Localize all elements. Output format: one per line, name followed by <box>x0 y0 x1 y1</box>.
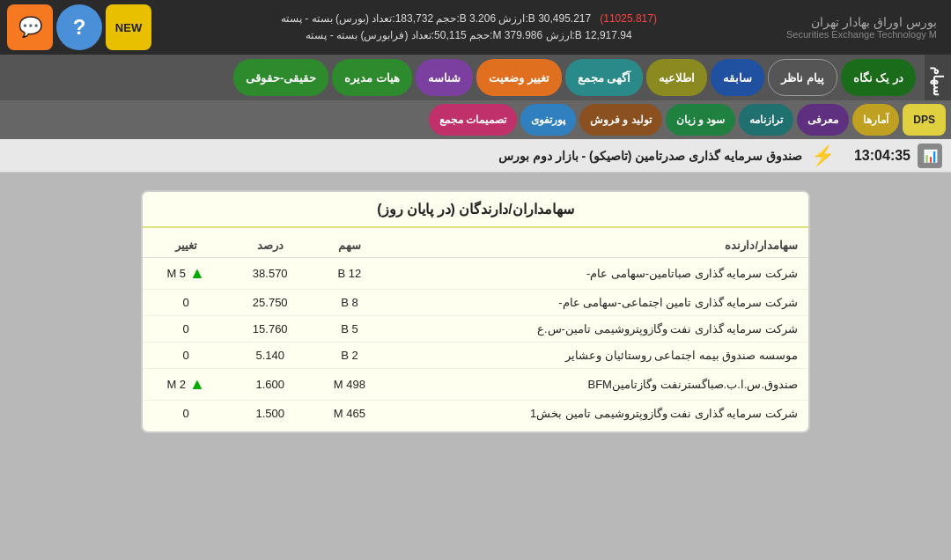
content-area: سهامداران/دارندگان (در پایان روز) سهامدا… <box>0 173 951 560</box>
col-header-share: سهم <box>311 233 388 258</box>
info-bar: 📊 13:04:35 ⚡ صندوق سرمایه گذاری صدرتامین… <box>0 139 951 173</box>
nav-btn-announcement[interactable]: اطلاعیه <box>646 59 707 96</box>
sub-btn-balance[interactable]: ترازنامه <box>739 104 793 136</box>
up-arrow-icon: ▲ <box>189 375 205 394</box>
col-header-percent: درصد <box>229 233 311 258</box>
ticker-bourse: 30,495.217 B:ارزش 3.206 B:حجم 183,732:تع… <box>281 12 591 25</box>
change-value: 0 <box>183 407 189 420</box>
row-share: 2 B <box>311 343 388 369</box>
help-icon-button[interactable]: ? <box>56 4 102 50</box>
table-row: موسسه صندوق بیمه اجتماعی روستائیان وعشای… <box>143 343 808 369</box>
ticker-line-2: 12,917.94 B:ارزش 379.986 M:حجم 50,115:تع… <box>151 27 786 44</box>
row-name: شرکت سرمایه گذاری صباتامین-سهامی عام- <box>388 258 808 290</box>
sub-btn-stats[interactable]: آمارها <box>852 104 899 136</box>
table-row: شرکت سرمایه گذاری نفت وگازوپتروشیمی تامی… <box>143 401 808 427</box>
bourse-name-fa: بورس اوراق بهادار تهران <box>786 15 937 29</box>
sub-btn-dps[interactable]: DPS <box>903 104 946 136</box>
shareholders-card: سهامداران/دارندگان (در پایان روز) سهامدا… <box>141 190 810 433</box>
row-share: 5 B <box>311 316 388 343</box>
time-display: 13:04:35 <box>854 148 910 164</box>
row-share: 498 M <box>311 369 388 401</box>
ticker-info: (11025.817) 30,495.217 B:ارزش 3.206 B:حج… <box>151 11 786 44</box>
change-value: 0 <box>183 296 189 309</box>
table-wrapper: سهامدار/دارنده سهم درصد تغییر شرکت سرمای… <box>143 228 808 431</box>
col-header-name: سهامدار/دارنده <box>388 233 808 258</box>
change-value: 5 M <box>166 267 186 280</box>
row-share: 12 B <box>311 258 388 290</box>
chart-icon: 📊 <box>918 144 942 168</box>
col-header-change: تغییر <box>143 233 229 258</box>
nav-btn-legal[interactable]: حقیقی-حقوقی <box>233 59 328 96</box>
row-name: شرکت سرمایه گذاری نفت وگازوپتروشیمی تامی… <box>388 316 808 343</box>
table-row: شرکت سرمایه گذاری تامین اجتماعی-سهامی عا… <box>143 290 808 316</box>
exchange-title: بورس اوراق بهادار تهران Securities Excha… <box>786 15 937 40</box>
table-header-row: سهامدار/دارنده سهم درصد تغییر <box>143 233 808 258</box>
row-percent: 38.570 <box>229 258 311 290</box>
row-share: 8 B <box>311 290 388 316</box>
shareholders-table: سهامدار/دارنده سهم درصد تغییر شرکت سرمای… <box>143 233 808 426</box>
row-change: 0 <box>143 316 229 343</box>
row-name: شرکت سرمایه گذاری تامین اجتماعی-سهامی عا… <box>388 290 808 316</box>
nav-btn-agm[interactable]: آگهی مجمع <box>565 59 644 96</box>
ticker-line-1: (11025.817) 30,495.217 B:ارزش 3.206 B:حج… <box>151 11 786 27</box>
change-value: 0 <box>183 349 189 362</box>
question-icon: ? <box>73 15 86 40</box>
main-nav: در یک نگاه پیام ناظر سابقه اطلاعیه آگهی … <box>0 55 921 100</box>
ticker-price: (11025.817) <box>600 12 657 25</box>
table-row: شرکت سرمایه گذاری صباتامین-سهامی عام-12 … <box>143 258 808 290</box>
sub-btn-intro[interactable]: معرفی <box>797 104 849 136</box>
row-percent: 1.500 <box>229 401 311 427</box>
nav-btn-supervisor[interactable]: پیام ناظر <box>768 59 837 96</box>
bourse-name-en: Securities Exchange Technology M <box>786 29 937 40</box>
new-icon-button[interactable]: NEW <box>106 4 151 50</box>
row-percent: 15.760 <box>229 316 311 343</box>
row-change: ▲2 M <box>143 369 229 401</box>
sidebar-label: سهام <box>925 55 951 100</box>
change-value: 2 M <box>166 378 186 391</box>
new-label: NEW <box>115 21 142 34</box>
table-row: شرکت سرمایه گذاری نفت وگازوپتروشیمی تامی… <box>143 316 808 343</box>
page-title: صندوق سرمایه گذاری صدرتامین (تاصیکو) - ب… <box>498 149 802 163</box>
row-percent: 1.600 <box>229 369 311 401</box>
row-name: موسسه صندوق بیمه اجتماعی روستائیان وعشای… <box>388 343 808 369</box>
change-value: 0 <box>183 322 189 335</box>
top-bar: 💬 ? NEW (11025.817) 30,495.217 B:ارزش 3.… <box>0 0 951 55</box>
card-header: سهامداران/دارندگان (در پایان روز) <box>143 192 808 228</box>
nav-btn-id[interactable]: شناسه <box>416 59 473 96</box>
row-change: 0 <box>143 343 229 369</box>
nav-btn-overview[interactable]: در یک نگاه <box>841 59 916 96</box>
nav-btn-board[interactable]: هیات مدیره <box>332 59 412 96</box>
table-row: صندوق.س.ا.ب.صباگسترنفت وگازتامینBFM498 M… <box>143 369 808 401</box>
row-percent: 5.140 <box>229 343 311 369</box>
chart-icon-symbol: 📊 <box>923 149 938 163</box>
row-percent: 25.750 <box>229 290 311 316</box>
row-name: صندوق.س.ا.ب.صباگسترنفت وگازتامینBFM <box>388 369 808 401</box>
top-icon-group: 💬 ? NEW <box>7 4 151 50</box>
nav-btn-history[interactable]: سابقه <box>711 59 764 96</box>
row-change: ▲5 M <box>143 258 229 290</box>
up-arrow-icon: ▲ <box>189 264 205 283</box>
row-name: شرکت سرمایه گذاری نفت وگازوپتروشیمی تامی… <box>388 401 808 427</box>
row-change: 0 <box>143 290 229 316</box>
sub-btn-decisions[interactable]: تصمیمات مجمع <box>429 104 517 136</box>
row-share: 465 M <box>311 401 388 427</box>
row-change: 0 <box>143 401 229 427</box>
lightning-icon: ⚡ <box>811 144 835 167</box>
chat-icon: 💬 <box>18 16 42 39</box>
sub-nav: DPS آمارها معرفی ترازنامه سود و زیان تول… <box>0 100 951 139</box>
sub-btn-production[interactable]: تولید و فروش <box>579 104 662 136</box>
chat-icon-button[interactable]: 💬 <box>7 4 53 50</box>
sub-btn-pnl[interactable]: سود و زیان <box>666 104 736 136</box>
nav-btn-status-change[interactable]: تغییر وضعیت <box>476 59 562 96</box>
sub-btn-portfolio[interactable]: پورتفوی <box>520 104 576 136</box>
